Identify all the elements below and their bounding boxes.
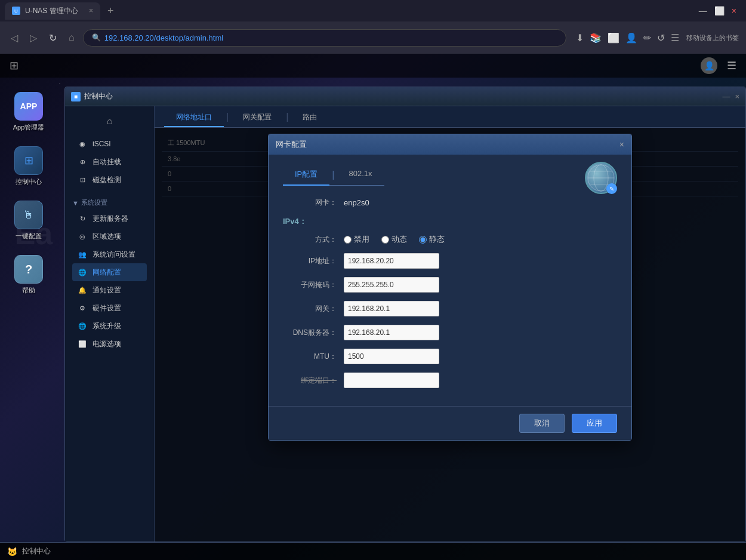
tab-network-address[interactable]: 网络地址口 [164,109,224,127]
extra-label: 绑定端口： [283,376,337,386]
sidebar-home-button[interactable]: ⌂ [65,111,154,131]
radio-input-static[interactable] [419,236,427,244]
os-grid-icon[interactable]: ⊞ [10,59,19,72]
sidebar-item-disk-detect[interactable]: ⊡ 磁盘检测 [72,171,147,189]
library-icon[interactable]: 📚 [590,32,602,44]
tab-routing[interactable]: 路由 [291,109,329,127]
radio-static-label: 静态 [429,234,445,245]
auto-mount-icon: ⊕ [77,156,88,167]
browser-titlebar: U U-NAS 管理中心 × + — ⬜ × [0,0,746,21]
hamburger-menu-icon[interactable]: ☰ [671,32,679,44]
tabs-bar: 网络地址口 | 网关配置 | 路由 [155,106,745,128]
mobile-bookmark-label: 移动设备上的书签 [686,33,739,42]
os-topbar: ⊞ 👤 ☰ [0,54,746,78]
globe-icon-container: ✎ [585,162,617,194]
cancel-button[interactable]: 取消 [519,414,565,433]
sidebar-item-iscsi[interactable]: ◉ iSCSI [72,135,147,153]
sidebar-item-hardware[interactable]: ⚙ 硬件设置 [72,299,147,317]
browser-actions: ⬇ 📚 ⬜ 👤 ✏ ↺ ☰ [576,32,679,44]
radio-input-disabled[interactable] [344,236,352,244]
desktop-icon-control-center[interactable]: ⊞ 控制中心 [5,141,53,191]
sidebar-item-network-config[interactable]: 🌐 网络配置 [72,263,147,281]
desktop-icon-app-manager[interactable]: APP App管理器 [5,87,53,137]
ip-input[interactable] [344,253,439,269]
subnet-label: 子网掩码： [283,280,337,290]
desktop-icon-help[interactable]: ? 帮助 [5,250,53,300]
form-row-subnet: 子网掩码： [283,277,617,293]
mtu-input[interactable] [344,349,439,364]
address-text: 192.168.20.20/desktop/admin.html [104,33,223,42]
desktop-icon-quick-config[interactable]: 🖱 一键配置 [5,196,53,245]
gateway-input[interactable] [344,301,439,316]
annotate-icon[interactable]: ✏ [643,32,651,44]
sidebar-item-upgrade[interactable]: 🌐 系统升级 [72,317,147,335]
network-config-icon: 🌐 [77,267,88,278]
apply-button[interactable]: 应用 [572,414,617,433]
window-close-button[interactable]: × [735,92,739,101]
new-tab-button[interactable]: + [103,5,119,17]
home-button[interactable]: ⌂ [65,30,78,45]
window-title-text: 控制中心 [84,91,113,101]
nic-config-dialog: 网卡配置 × IP配置 | 802.1x [268,134,632,441]
tab-view-icon[interactable]: ⬜ [608,32,619,44]
edit-badge-icon: ✎ [606,183,617,194]
dialog-tab-ip-config[interactable]: IP配置 [283,164,329,186]
sidebar-item-auto-mount[interactable]: ⊕ 自动挂载 [72,153,147,171]
sidebar-auto-mount-label: 自动挂载 [93,157,121,167]
iscsi-icon: ◉ [77,139,88,149]
tab-close-button[interactable]: × [89,7,93,15]
tab-separator-1: | [224,112,231,122]
dns-label: DNS服务器： [283,328,337,338]
main-content: 网络地址口 | 网关配置 | 路由 工 1500MTU [155,106,745,541]
app-manager-icon: APP [14,92,43,121]
mtu-label: MTU： [283,352,337,362]
control-center-label: 控制中心 [16,177,42,186]
desktop: ⊞ 👤 ☰ Ea APP App管理器 ⊞ 控制中心 🖱 一键配置 [0,54,746,560]
radio-disabled[interactable]: 禁用 [344,234,369,245]
sidebar-item-access-control[interactable]: 👥 系统访问设置 [72,245,147,263]
sidebar-item-power[interactable]: ⬜ 电源选项 [72,335,147,353]
tab-title: U-NAS 管理中心 [25,6,78,16]
region-icon: ◎ [77,231,88,242]
window-controls-inner: — × [722,92,739,101]
sidebar-system-title[interactable]: ▼ 系统设置 [72,196,147,210]
subnet-input[interactable] [344,277,439,293]
window-minimize-button[interactable]: — [722,92,730,101]
dialog-body: IP配置 | 802.1x [269,155,631,406]
desktop-icons: APP App管理器 ⊞ 控制中心 🖱 一键配置 ? 帮助 [0,78,57,309]
help-label: 帮助 [22,286,35,295]
back-button[interactable]: ◁ [7,30,21,46]
sidebar-item-update-server[interactable]: ↻ 更新服务器 [72,210,147,227]
control-center-icon: ⊞ [14,146,43,175]
radio-input-dynamic[interactable] [381,236,389,244]
section-title-text: 系统设置 [81,198,107,207]
dialog-tab-dot1x[interactable]: 802.1x [337,164,384,186]
profile-icon[interactable]: 👤 [625,32,637,44]
browser-tab[interactable]: U U-NAS 管理中心 × [5,2,100,20]
dns-input[interactable] [344,325,439,340]
sidebar-item-notification[interactable]: 🔔 通知设置 [72,281,147,299]
download-icon[interactable]: ⬇ [576,32,584,44]
extra-input[interactable] [344,373,439,388]
forward-button[interactable]: ▷ [26,30,41,46]
maximize-button[interactable]: ⬜ [714,6,725,16]
tab-gateway-config[interactable]: 网关配置 [231,109,283,127]
close-button[interactable]: × [732,6,736,16]
dialog-footer: 取消 应用 [269,406,631,440]
address-bar[interactable]: 🔍 192.168.20.20/desktop/admin.html [83,29,566,47]
sidebar-item-region[interactable]: ◎ 区域选项 [72,227,147,245]
minimize-button[interactable]: — [699,6,707,16]
access-control-icon: 👥 [77,249,88,260]
form-row-mtu: MTU： [283,349,617,364]
os-menu-icon[interactable]: ☰ [727,59,736,72]
radio-static[interactable]: 静态 [419,234,445,245]
browser-chrome: U U-NAS 管理中心 × + — ⬜ × ◁ ▷ ↻ ⌂ 🔍 192.168… [0,0,746,54]
sidebar-update-server-label: 更新服务器 [93,214,128,224]
os-user-icon[interactable]: 👤 [701,57,717,74]
form-row-nic: 网卡： enp2s0 [283,198,617,208]
reload-button[interactable]: ↻ [45,30,60,46]
sidebar: ⌂ ◉ iSCSI ⊕ 自动挂载 ⊡ 磁盘检测 [65,106,155,541]
dialog-close-button[interactable]: × [619,140,624,149]
radio-dynamic[interactable]: 动态 [381,234,407,245]
history-back-icon[interactable]: ↺ [657,32,665,44]
